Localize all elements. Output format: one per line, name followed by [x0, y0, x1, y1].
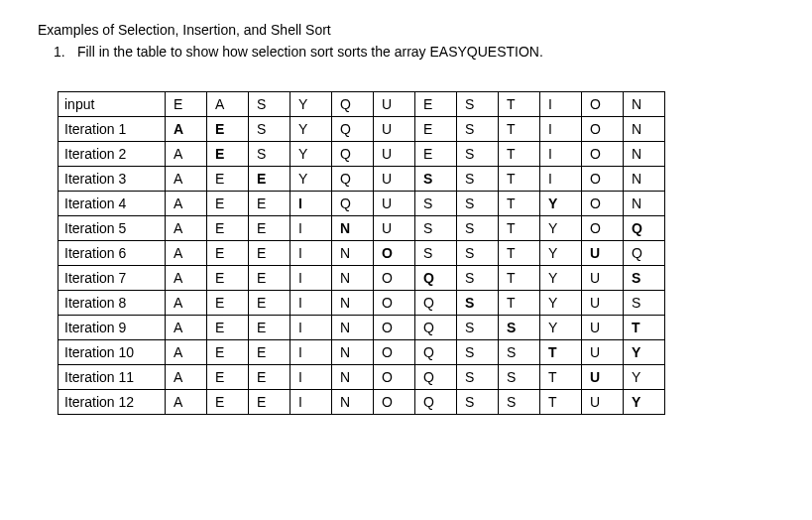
table-cell: T [499, 291, 540, 316]
table-cell: N [624, 117, 665, 142]
table-cell: O [582, 192, 624, 216]
table-cell: A [166, 291, 207, 316]
row-label: Iteration 11 [58, 365, 166, 390]
row-label: input [58, 92, 166, 117]
table-cell: O [374, 291, 415, 316]
table-cell: N [332, 266, 374, 291]
table-row: inputEASYQUESTION [58, 92, 665, 117]
table-cell: I [290, 266, 332, 291]
table-cell: E [166, 92, 207, 117]
table-cell: A [166, 340, 207, 365]
table-cell: N [332, 365, 374, 390]
table-cell: E [415, 92, 457, 117]
table-row: Iteration 1AESYQUESTION [58, 117, 665, 142]
table-cell: E [249, 266, 290, 291]
table-cell: U [582, 365, 624, 390]
table-cell: S [415, 167, 457, 192]
table-cell: E [207, 266, 249, 291]
table-cell: Q [332, 142, 374, 167]
table-row: Iteration 2AESYQUESTION [58, 142, 665, 167]
table-cell: A [166, 192, 207, 216]
table-cell: Y [290, 142, 332, 167]
table-cell: U [374, 192, 415, 216]
table-cell: T [499, 117, 540, 142]
table-cell: T [499, 92, 540, 117]
table-row: Iteration 10AEEINOQSSTUY [58, 340, 665, 365]
table-cell: O [582, 142, 624, 167]
table-cell: T [499, 167, 540, 192]
table-cell: T [499, 192, 540, 216]
table-cell: N [624, 142, 665, 167]
table-cell: A [166, 216, 207, 241]
table-cell: S [499, 316, 540, 340]
table-cell: N [332, 241, 374, 266]
table-cell: S [457, 316, 499, 340]
table-cell: E [207, 390, 249, 415]
table-cell: Y [624, 340, 665, 365]
table-cell: Q [332, 92, 374, 117]
table-cell: S [624, 291, 665, 316]
table-cell: U [582, 266, 624, 291]
table-cell: E [249, 216, 290, 241]
table-cell: O [582, 216, 624, 241]
table-cell: Y [290, 117, 332, 142]
table-cell: S [457, 390, 499, 415]
table-cell: E [207, 142, 249, 167]
table-cell: A [207, 92, 249, 117]
table-cell: U [582, 316, 624, 340]
table-cell: A [166, 365, 207, 390]
table-cell: E [249, 192, 290, 216]
table-cell: Y [540, 266, 582, 291]
row-label: Iteration 8 [58, 291, 166, 316]
table-cell: S [499, 340, 540, 365]
table-cell: I [290, 316, 332, 340]
row-label: Iteration 3 [58, 167, 166, 192]
instruction-line: 1. Fill in the table to show how selecti… [54, 44, 774, 60]
instruction-text: Fill in the table to show how selection … [77, 44, 543, 60]
table-cell: I [540, 92, 582, 117]
table-cell: T [499, 266, 540, 291]
table-cell: Q [415, 291, 457, 316]
table-cell: S [457, 167, 499, 192]
table-cell: A [166, 241, 207, 266]
table-cell: E [415, 117, 457, 142]
table-cell: Q [624, 216, 665, 241]
table-cell: E [249, 167, 290, 192]
table-row: Iteration 8AEEINOQSTYUS [58, 291, 665, 316]
table-cell: N [332, 340, 374, 365]
table-cell: I [290, 365, 332, 390]
table-cell: Y [540, 241, 582, 266]
table-cell: S [457, 340, 499, 365]
instruction-number: 1. [54, 44, 73, 60]
table-cell: O [374, 241, 415, 266]
table-cell: S [457, 291, 499, 316]
row-label: Iteration 6 [58, 241, 166, 266]
table-cell: O [582, 167, 624, 192]
table-cell: O [582, 92, 624, 117]
table-cell: S [457, 92, 499, 117]
table-cell: U [582, 340, 624, 365]
table-cell: A [166, 142, 207, 167]
table-cell: O [374, 266, 415, 291]
table-cell: S [457, 365, 499, 390]
table-cell: E [207, 192, 249, 216]
table-cell: O [374, 390, 415, 415]
table-cell: Y [540, 291, 582, 316]
table-row: Iteration 9AEEINOQSSYUT [58, 316, 665, 340]
table-cell: A [166, 266, 207, 291]
table-cell: O [374, 340, 415, 365]
table-cell: Y [290, 92, 332, 117]
table-cell: N [332, 216, 374, 241]
table-cell: T [624, 316, 665, 340]
table-cell: S [415, 241, 457, 266]
table-cell: E [249, 316, 290, 340]
table-cell: Q [624, 241, 665, 266]
table-cell: Y [540, 216, 582, 241]
table-cell: E [249, 291, 290, 316]
table-cell: A [166, 117, 207, 142]
table-cell: A [166, 390, 207, 415]
table-cell: N [624, 167, 665, 192]
table-row: Iteration 6AEEINOSSTYUQ [58, 241, 665, 266]
table-cell: I [290, 216, 332, 241]
table-cell: T [499, 241, 540, 266]
